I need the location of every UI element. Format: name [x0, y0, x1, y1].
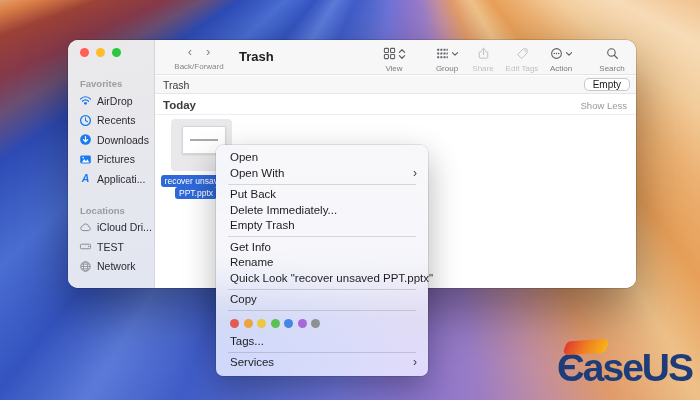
- menu-item-label: Get Info: [230, 241, 271, 253]
- menu-separator: [228, 289, 416, 290]
- toolbar-label: View: [371, 64, 417, 73]
- clock-icon: [79, 114, 92, 127]
- menu-separator: [228, 236, 416, 237]
- menu-item-label: Rename: [230, 256, 273, 268]
- menu-item-label: Open: [230, 151, 258, 163]
- menu-item-services[interactable]: Services ›: [216, 355, 428, 371]
- sidebar-item-airdrop[interactable]: AirDrop: [68, 91, 154, 111]
- group-title: Today: [163, 99, 196, 111]
- sidebar-item-icloud-drive[interactable]: iCloud Dri...: [68, 218, 154, 238]
- tag-green[interactable]: [271, 319, 280, 328]
- sidebar-item-label: Downloads: [97, 134, 149, 146]
- menu-item-label: Delete Immediately...: [230, 204, 337, 216]
- menu-item-empty-trash[interactable]: Empty Trash: [216, 218, 428, 234]
- menu-item-label: Quick Look "recover unsaved PPT.pptx": [230, 272, 433, 284]
- menu-item-label: Copy: [230, 293, 257, 305]
- group-header-row: Today Show Less: [155, 95, 636, 115]
- chevron-down-icon: [451, 51, 459, 57]
- back-forward-control: ‹ › Back/Forward: [167, 46, 231, 71]
- menu-separator: [228, 184, 416, 185]
- menu-item-tags[interactable]: Tags...: [216, 334, 428, 350]
- sidebar-item-test-drive[interactable]: TEST: [68, 237, 154, 257]
- menu-item-delete-immediately[interactable]: Delete Immediately...: [216, 203, 428, 219]
- menu-item-copy[interactable]: Copy: [216, 292, 428, 308]
- toolbar-button-view[interactable]: View: [371, 46, 417, 73]
- toolbar-button-search[interactable]: Search: [589, 46, 635, 73]
- svg-text:A: A: [81, 172, 90, 184]
- sidebar-item-label: Applicati...: [97, 173, 145, 185]
- window-title: Trash: [239, 49, 274, 64]
- sidebar-item-recents[interactable]: Recents: [68, 111, 154, 131]
- sidebar-section-favorites: Favorites: [68, 77, 154, 91]
- sidebar-item-label: Recents: [97, 114, 136, 126]
- cloud-icon: [79, 221, 92, 234]
- grid-view-icon: [383, 47, 396, 60]
- menu-item-label: Put Back: [230, 188, 276, 200]
- desktop-wallpaper: Favorites AirDrop Recents: [0, 0, 700, 400]
- globe-icon: [79, 260, 92, 273]
- sidebar-item-pictures[interactable]: Pictures: [68, 150, 154, 170]
- sidebar-item-downloads[interactable]: Downloads: [68, 130, 154, 150]
- sidebar: Favorites AirDrop Recents: [68, 40, 155, 288]
- up-down-chevrons-icon: [398, 48, 406, 60]
- path-location: Trash: [163, 79, 189, 91]
- menu-item-label: Tags...: [230, 335, 264, 347]
- file-name-line2: PPT.pptx: [175, 187, 217, 199]
- menu-item-get-info[interactable]: Get Info: [216, 240, 428, 256]
- menu-item-label: Empty Trash: [230, 219, 295, 231]
- tag-yellow[interactable]: [257, 319, 266, 328]
- toolbar: ‹ › Back/Forward Trash: [155, 40, 636, 75]
- search-icon: [606, 47, 619, 60]
- group-icon: [436, 47, 449, 60]
- menu-item-open[interactable]: Open: [216, 150, 428, 166]
- action-menu-icon: [550, 47, 563, 60]
- submenu-chevron-icon: ›: [413, 166, 417, 182]
- tag-orange[interactable]: [244, 319, 253, 328]
- sidebar-item-label: AirDrop: [97, 95, 133, 107]
- show-less-link[interactable]: Show Less: [581, 100, 627, 111]
- menu-item-open-with[interactable]: Open With ›: [216, 166, 428, 182]
- tag-gray[interactable]: [311, 319, 320, 328]
- menu-separator: [228, 352, 416, 353]
- tag-purple[interactable]: [298, 319, 307, 328]
- pictures-icon: [79, 153, 92, 166]
- edit-tags-icon: [516, 47, 529, 60]
- easeus-logo: ЄaseUS: [557, 340, 692, 396]
- download-icon: [79, 133, 92, 146]
- menu-item-quick-look[interactable]: Quick Look "recover unsaved PPT.pptx": [216, 271, 428, 287]
- traffic-lights: [68, 40, 154, 62]
- tag-red[interactable]: [230, 319, 239, 328]
- sidebar-item-label: Network: [97, 260, 136, 272]
- sidebar-section-locations: Locations: [68, 204, 154, 218]
- menu-item-label: Services: [230, 356, 274, 368]
- zoom-button[interactable]: [112, 48, 121, 57]
- sidebar-item-label: TEST: [97, 241, 124, 253]
- sidebar-item-network[interactable]: Network: [68, 257, 154, 277]
- sidebar-item-label: Pictures: [97, 153, 135, 165]
- sidebar-item-applications[interactable]: A Applicati...: [68, 169, 154, 189]
- tag-color-row: [216, 314, 428, 334]
- back-icon[interactable]: ‹: [188, 46, 192, 58]
- menu-separator: [228, 310, 416, 311]
- menu-item-rename[interactable]: Rename: [216, 255, 428, 271]
- back-forward-label: Back/Forward: [167, 62, 231, 71]
- minimize-button[interactable]: [96, 48, 105, 57]
- thumbnail-text-line: [190, 139, 218, 141]
- sidebar-item-label: iCloud Dri...: [97, 221, 152, 233]
- applications-icon: A: [79, 172, 92, 185]
- forward-icon[interactable]: ›: [206, 46, 210, 58]
- close-button[interactable]: [80, 48, 89, 57]
- menu-item-label: Open With: [230, 167, 284, 179]
- toolbar-label: Search: [589, 64, 635, 73]
- path-bar: Trash Empty: [155, 76, 636, 94]
- tag-blue[interactable]: [284, 319, 293, 328]
- toolbar-label: Action: [538, 64, 584, 73]
- empty-trash-button[interactable]: Empty: [584, 78, 630, 91]
- chevron-down-icon: [565, 51, 573, 57]
- airdrop-icon: [79, 94, 92, 107]
- share-icon: [477, 47, 490, 60]
- context-menu: Open Open With › Put Back Delete Immedia…: [216, 145, 428, 376]
- submenu-chevron-icon: ›: [413, 355, 417, 371]
- toolbar-button-action[interactable]: Action: [538, 46, 584, 73]
- menu-item-put-back[interactable]: Put Back: [216, 187, 428, 203]
